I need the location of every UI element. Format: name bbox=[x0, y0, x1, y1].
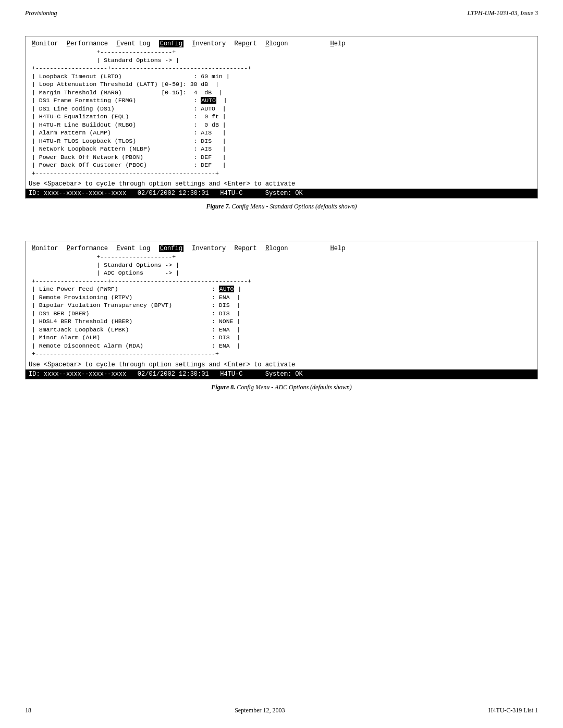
figure7-menubar: Monitor Performance Event Log Config Inv… bbox=[29, 39, 534, 48]
menu-performance[interactable]: Performance bbox=[67, 40, 108, 47]
figure8-status-bar: ID: xxxx--xxxx--xxxx--xxxx 02/01/2002 12… bbox=[26, 369, 537, 379]
footer-center: September 12, 2003 bbox=[235, 707, 285, 714]
f8-menu-eventlog[interactable]: Event Log bbox=[116, 245, 150, 252]
f8-menu-inventory[interactable]: Inventory bbox=[192, 245, 226, 252]
figure8-caption: Figure 8. Config Menu - ADC Options (def… bbox=[25, 384, 538, 391]
footer-left: 18 bbox=[25, 707, 31, 714]
menu-config-highlighted[interactable]: Config bbox=[159, 40, 183, 47]
f8-menu-monitor[interactable]: Monitor bbox=[32, 245, 58, 252]
menu-monitor[interactable]: Monitor bbox=[32, 40, 58, 47]
f8-menu-report[interactable]: Report bbox=[235, 245, 257, 252]
figure8-terminal-inner: Monitor Performance Event Log Config Inv… bbox=[26, 241, 537, 360]
f8-menu-config-highlighted[interactable]: Config bbox=[159, 245, 183, 252]
figure7-status-bar: ID: xxxx--xxxx--xxxx--xxxx 02/01/2002 12… bbox=[26, 189, 537, 198]
figure8-caption-text: Config Menu - ADC Options (defaults show… bbox=[235, 384, 351, 391]
page-footer: 18 September 12, 2003 H4TU-C-319 List 1 bbox=[0, 702, 563, 719]
menu-help[interactable]: Help bbox=[331, 40, 346, 47]
header-left: Provisioning bbox=[25, 9, 57, 17]
figure7-dropdown: +--------------------+ | Standard Option… bbox=[29, 48, 534, 177]
menu-inventory[interactable]: Inventory bbox=[192, 40, 226, 47]
main-content: Monitor Performance Event Log Config Inv… bbox=[0, 21, 563, 407]
figure7-caption-text: Config Menu - Standard Options (defaults… bbox=[230, 203, 357, 210]
f8-menu-performance[interactable]: Performance bbox=[67, 245, 108, 252]
menu-rlogon[interactable]: Rlogon bbox=[265, 40, 288, 47]
footer-right: H4TU-C-319 List 1 bbox=[488, 707, 538, 714]
menu-report[interactable]: Report bbox=[235, 40, 257, 47]
figure8-menubar: Monitor Performance Event Log Config Inv… bbox=[29, 243, 534, 253]
figure8-dropdown: +--------------------+ | Standard Option… bbox=[29, 253, 534, 358]
f8-menu-rlogon[interactable]: Rlogon bbox=[265, 245, 288, 252]
menu-eventlog[interactable]: Event Log bbox=[116, 40, 150, 47]
figure7-caption: Figure 7. Config Menu - Standard Options… bbox=[25, 203, 538, 211]
header-right: LTPH-UM-1031-03, Issue 3 bbox=[468, 9, 538, 17]
figure7-terminal: Monitor Performance Event Log Config Inv… bbox=[25, 36, 538, 199]
figure8-terminal: Monitor Performance Event Log Config Inv… bbox=[25, 241, 538, 379]
figure8-help-bar: Use <Spacebar> to cycle through option s… bbox=[26, 360, 537, 369]
figure8-caption-bold: Figure 8. bbox=[211, 384, 235, 391]
f8-menu-help[interactable]: Help bbox=[331, 245, 346, 252]
page-header: Provisioning LTPH-UM-1031-03, Issue 3 bbox=[0, 0, 563, 21]
figure7-caption-bold: Figure 7. bbox=[206, 203, 230, 210]
figure7-help-bar: Use <Spacebar> to cycle through option s… bbox=[26, 179, 537, 189]
figure7-terminal-inner: Monitor Performance Event Log Config Inv… bbox=[26, 36, 537, 179]
